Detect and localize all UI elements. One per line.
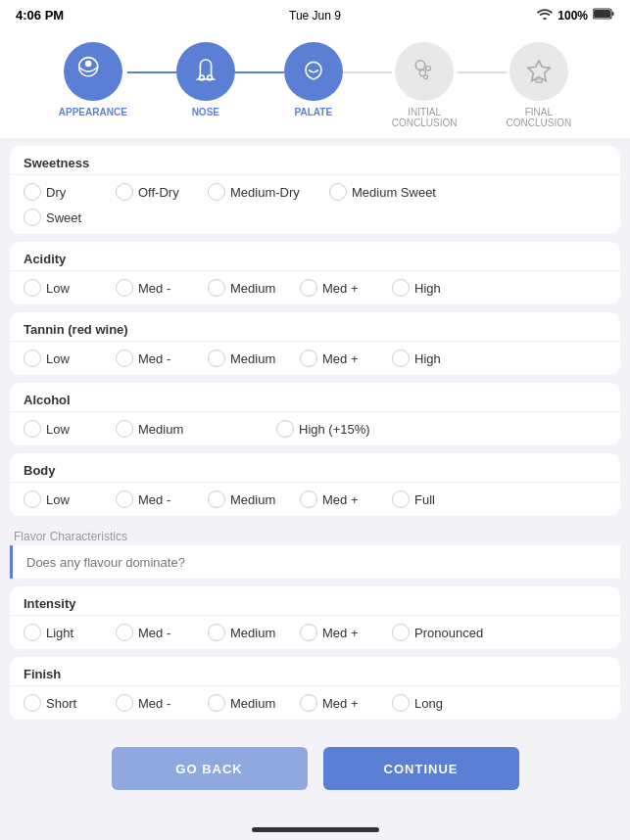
- step-initial-circle: [395, 42, 454, 101]
- step-final-conclusion[interactable]: FINALCONCLUSION: [507, 42, 572, 128]
- step-initial-conclusion[interactable]: INITIALCONCLUSION: [392, 42, 458, 128]
- sweetness-options: Dry Off-Dry Medium-Dry Medium Sweet: [10, 175, 620, 209]
- intensity-options: Light Med - Medium Med + Pronounced: [10, 616, 620, 649]
- step-nose-circle: [176, 42, 235, 101]
- acidity-med-minus[interactable]: Med -: [116, 279, 204, 297]
- sweetness-off-dry[interactable]: Off-Dry: [116, 183, 204, 201]
- acidity-title: Acidity: [10, 242, 620, 271]
- tannin-med-plus[interactable]: Med +: [300, 350, 388, 367]
- step-appearance[interactable]: APPEARANCE: [59, 42, 127, 117]
- flavor-characteristics-wrapper: Flavor Characteristics: [10, 524, 620, 579]
- body-medium[interactable]: Medium: [208, 490, 296, 508]
- tannin-medium[interactable]: Medium: [208, 350, 296, 367]
- intensity-light[interactable]: Light: [24, 624, 112, 641]
- battery-text: 100%: [557, 9, 588, 23]
- acidity-options: Low Med - Medium Med + High: [10, 271, 620, 304]
- finish-med-plus[interactable]: Med +: [300, 694, 388, 712]
- status-bar: 4:06 PM Tue Jun 9 100%: [0, 0, 630, 26]
- svg-point-7: [415, 61, 425, 70]
- finish-section: Finish Short Med - Medium Med + Long: [10, 657, 620, 720]
- flavor-input-wrap[interactable]: [10, 545, 620, 579]
- connector-4: [458, 71, 507, 73]
- acidity-medium[interactable]: Medium: [208, 279, 296, 297]
- sweetness-sweet[interactable]: Sweet: [24, 209, 112, 226]
- finish-title: Finish: [10, 657, 620, 686]
- step-nose[interactable]: NOSE: [176, 42, 235, 117]
- step-final-circle: [509, 42, 568, 101]
- svg-rect-2: [612, 12, 614, 16]
- connector-3: [343, 71, 392, 73]
- step-appearance-circle: [64, 42, 122, 101]
- finish-options: Short Med - Medium Med + Long: [10, 686, 620, 720]
- svg-rect-11: [536, 79, 542, 82]
- flavor-label: Flavor Characteristics: [10, 524, 620, 545]
- step-final-label: FINALCONCLUSION: [507, 107, 572, 128]
- sweetness-title: Sweetness: [10, 146, 620, 175]
- step-palate[interactable]: PALATE: [284, 42, 343, 117]
- tannin-section: Tannin (red wine) Low Med - Medium Med +…: [10, 312, 620, 375]
- svg-point-5: [199, 75, 204, 80]
- intensity-title: Intensity: [10, 586, 620, 616]
- acidity-high[interactable]: High: [392, 279, 480, 297]
- step-palate-label: PALATE: [295, 107, 333, 117]
- sweetness-dry[interactable]: Dry: [24, 183, 112, 201]
- step-nose-label: NOSE: [192, 107, 219, 117]
- status-right: 100%: [537, 8, 614, 23]
- finish-short[interactable]: Short: [24, 694, 112, 712]
- wifi-icon: [537, 8, 553, 23]
- continue-button[interactable]: CONTINUE: [323, 747, 519, 790]
- intensity-medium[interactable]: Medium: [208, 624, 296, 641]
- svg-point-10: [424, 75, 428, 79]
- tannin-high[interactable]: High: [392, 350, 480, 367]
- tannin-low[interactable]: Low: [24, 350, 112, 367]
- go-back-button[interactable]: GO BACK: [112, 747, 308, 790]
- action-buttons: GO BACK CONTINUE: [0, 727, 630, 819]
- body-full[interactable]: Full: [392, 490, 480, 508]
- svg-point-4: [85, 61, 91, 67]
- battery-icon: [593, 8, 614, 23]
- acidity-med-plus[interactable]: Med +: [300, 279, 388, 297]
- body-med-plus[interactable]: Med +: [300, 490, 388, 508]
- finish-medium[interactable]: Medium: [208, 694, 296, 712]
- alcohol-high[interactable]: High (+15%): [276, 420, 394, 438]
- intensity-section: Intensity Light Med - Medium Med + Prono…: [10, 586, 620, 649]
- sweetness-options-2: Sweet: [10, 209, 620, 234]
- sweetness-medium-sweet[interactable]: Medium Sweet: [329, 183, 447, 201]
- finish-med-minus[interactable]: Med -: [116, 694, 204, 712]
- sweetness-section: Sweetness Dry Off-Dry Medium-Dry Medium …: [10, 146, 620, 234]
- step-initial-label: INITIALCONCLUSION: [392, 107, 458, 128]
- status-time: 4:06 PM: [16, 8, 64, 23]
- alcohol-title: Alcohol: [10, 383, 620, 412]
- connector-2: [235, 71, 284, 73]
- body-med-minus[interactable]: Med -: [116, 490, 204, 508]
- intensity-med-minus[interactable]: Med -: [116, 624, 204, 641]
- intensity-pronounced[interactable]: Pronounced: [392, 624, 483, 641]
- alcohol-low[interactable]: Low: [24, 420, 112, 438]
- body-section: Body Low Med - Medium Med + Full: [10, 453, 620, 516]
- body-title: Body: [10, 453, 620, 483]
- tannin-med-minus[interactable]: Med -: [116, 350, 204, 367]
- alcohol-options: Low Medium High (+15%): [10, 412, 620, 445]
- flavor-input[interactable]: [26, 555, 606, 570]
- progress-steps: APPEARANCE NOSE PALATE: [0, 26, 630, 138]
- svg-point-9: [426, 66, 431, 70]
- body-low[interactable]: Low: [24, 490, 112, 508]
- acidity-low[interactable]: Low: [24, 279, 112, 297]
- alcohol-section: Alcohol Low Medium High (+15%): [10, 383, 620, 445]
- connector-1: [127, 71, 176, 73]
- alcohol-medium[interactable]: Medium: [116, 420, 272, 438]
- step-palate-circle: [284, 42, 343, 101]
- sweetness-medium-dry[interactable]: Medium-Dry: [208, 183, 325, 201]
- tannin-title: Tannin (red wine): [10, 312, 620, 342]
- body-options: Low Med - Medium Med + Full: [10, 483, 620, 516]
- tannin-options: Low Med - Medium Med + High: [10, 342, 620, 375]
- acidity-section: Acidity Low Med - Medium Med + High: [10, 242, 620, 304]
- finish-long[interactable]: Long: [392, 694, 480, 712]
- home-indicator: [252, 827, 379, 832]
- status-date: Tue Jun 9: [289, 9, 341, 23]
- svg-rect-1: [594, 10, 610, 18]
- svg-point-6: [207, 75, 212, 80]
- intensity-med-plus[interactable]: Med +: [300, 624, 388, 641]
- step-appearance-label: APPEARANCE: [59, 107, 127, 117]
